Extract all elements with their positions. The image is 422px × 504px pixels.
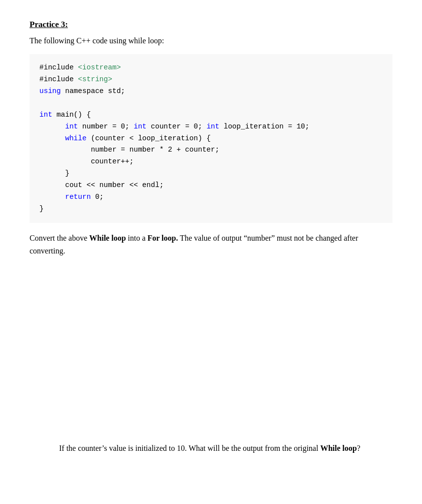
practice-title: Practice 3: bbox=[30, 20, 392, 30]
code-include-iostream: <iostream> bbox=[78, 63, 121, 71]
code-block: #include <iostream> #include <string> us… bbox=[30, 54, 392, 223]
description-text: Convert the above While loop into a For … bbox=[30, 232, 392, 257]
code-close-brace2: } bbox=[39, 205, 44, 213]
code-line-2: #include bbox=[39, 75, 78, 83]
code-close-brace1: } bbox=[39, 169, 69, 177]
code-int-kw3: int bbox=[206, 123, 219, 130]
code-return-kw: return bbox=[65, 193, 91, 201]
code-while-cond: (counter < loop_iteration) { bbox=[87, 134, 211, 142]
code-indent2 bbox=[39, 134, 65, 142]
code-namespace-text: namespace std; bbox=[61, 87, 126, 95]
code-number-decl: number = 0; bbox=[78, 123, 133, 130]
code-loop-iter-decl: loop_iteration = 10; bbox=[220, 123, 310, 130]
code-int-main: int bbox=[39, 111, 52, 119]
code-number-assign: number = number * 2 + counter; bbox=[39, 146, 219, 154]
code-int-kw2: int bbox=[133, 123, 146, 130]
page-wrapper: Practice 3: The following C++ code using… bbox=[30, 20, 392, 484]
code-indent3 bbox=[39, 193, 65, 201]
code-using: using bbox=[39, 87, 61, 95]
code-indent1 bbox=[39, 123, 65, 130]
code-while-kw: while bbox=[65, 134, 87, 142]
code-main-open: main() { bbox=[52, 111, 91, 119]
footer-while-bold: While loop bbox=[320, 444, 357, 452]
code-include-string: <string> bbox=[78, 75, 112, 83]
while-loop-bold: While loop bbox=[89, 234, 126, 242]
code-counter-inc: counter++; bbox=[39, 158, 133, 165]
code-counter-decl: counter = 0; bbox=[147, 123, 207, 130]
for-loop-bold: For loop. bbox=[148, 234, 178, 242]
intro-text: The following C++ code using while loop: bbox=[30, 36, 392, 45]
code-return-val: 0; bbox=[91, 193, 103, 201]
code-cout-line: cout << number << endl; bbox=[39, 181, 163, 189]
code-int-kw1: int bbox=[65, 123, 78, 130]
footer-text: If the counter’s value is initialized to… bbox=[59, 442, 363, 455]
code-line-1: #include bbox=[39, 63, 78, 71]
